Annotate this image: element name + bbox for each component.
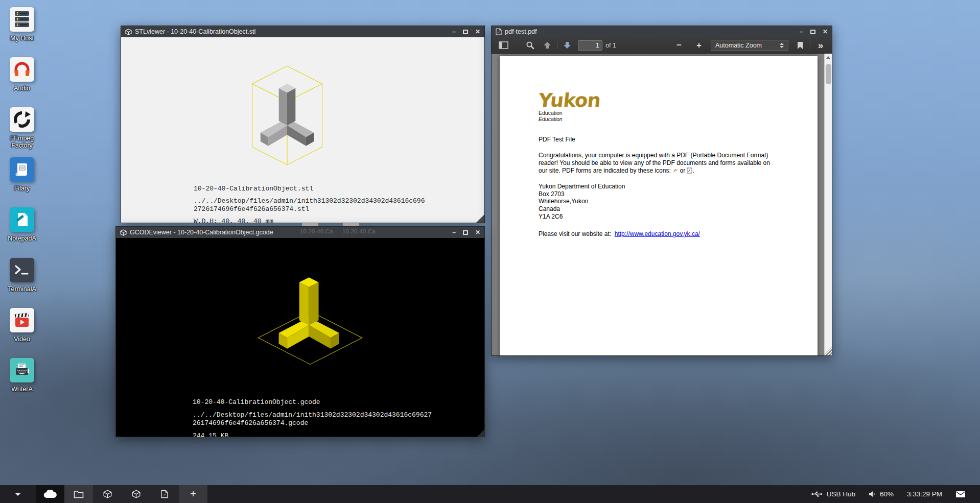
taskbar-show-apps-chevron[interactable] <box>0 485 36 503</box>
pdf-titlebar[interactable]: pdf-test.pdf – ✕ <box>492 26 832 37</box>
desktop-icon-ffmpeg-factory[interactable]: FFmpeg Factory <box>5 107 39 150</box>
usb-label: USB Hub <box>827 490 855 498</box>
minimize-button[interactable]: – <box>452 229 456 235</box>
window-title: GCODEviewer - 10-20-40-CalibrationObject… <box>130 229 445 236</box>
cube-icon <box>132 490 141 498</box>
envelope-icon <box>955 491 966 498</box>
desktop-icon-terminala[interactable]: TerminalA <box>5 258 39 293</box>
resize-grip[interactable] <box>477 429 484 437</box>
folder-icon <box>74 490 84 498</box>
scrollbar-thumb[interactable] <box>826 64 831 84</box>
book-icon <box>10 157 34 182</box>
volume-status[interactable]: 60% <box>869 490 894 498</box>
address-line: Whitehorse,Yukon <box>539 198 787 205</box>
cube-icon <box>103 490 112 498</box>
desktop-icon-label: FFmpeg Factory <box>5 135 39 150</box>
maximize-button[interactable] <box>463 30 468 34</box>
stl-filename: 10-20-40-CalibrationObject.stl <box>194 185 425 193</box>
usb-status[interactable]: USB Hub <box>811 490 855 498</box>
gcodeviewer-titlebar[interactable]: GCODEviewer - 10-20-40-CalibrationObject… <box>116 227 484 238</box>
desktop-icon-filary[interactable]: Filary <box>5 157 39 193</box>
desktop-icon-writera[interactable]: WriterA <box>5 358 39 393</box>
stl-viewport[interactable]: 10-20-40-CalibrationObject.stl ../../Des… <box>121 37 484 223</box>
desktop-icon-label: Video <box>5 336 39 343</box>
stl-file-info: 10-20-40-CalibrationObject.stl ../../Des… <box>194 185 425 223</box>
pdf-page: Yukon Education Éducation PDF Test File … <box>500 56 818 355</box>
taskbar-new-window-button[interactable]: + <box>179 485 207 503</box>
next-page-button[interactable] <box>561 39 574 52</box>
gcode-viewport[interactable]: 10-20-40-CalibrationObject.gcode ../../D… <box>116 238 484 437</box>
scroll-up-arrow[interactable] <box>825 54 832 61</box>
stl-path-line2: 2726174696f6e4f626a656374.stl <box>194 206 425 213</box>
desktop-icon-label: NotepadA <box>5 235 39 243</box>
taskbar-files-button[interactable] <box>64 485 93 503</box>
desktop-icon-notepada[interactable]: NotepadA <box>5 207 39 243</box>
stl-dimensions: W,D,H: 40, 40, 40 mm <box>194 218 425 223</box>
gcode-filename: 10-20-40-CalibrationObject.gcode <box>193 399 432 406</box>
cube-icon <box>120 229 127 236</box>
page-number-input[interactable] <box>578 40 602 51</box>
close-button[interactable]: ✕ <box>475 229 480 235</box>
bookmark-button[interactable] <box>794 39 807 52</box>
desktop-icon-label: Filary <box>5 185 39 193</box>
pdf-doc-icon <box>687 167 692 174</box>
address-line: Canada <box>539 205 787 213</box>
desktop-icon-label: WriterA <box>5 386 39 393</box>
stlviewer-titlebar[interactable]: STLviewer - 10-20-40-CalibrationObject.s… <box>121 26 484 37</box>
pdf-file-icon <box>161 490 168 498</box>
para-line2: reader! You should be able to view any o… <box>539 159 770 166</box>
close-button[interactable]: ✕ <box>475 29 480 35</box>
headphones-icon <box>10 57 34 82</box>
close-button[interactable]: ✕ <box>823 29 828 35</box>
desktop-icon-audio[interactable]: Audio <box>5 57 39 92</box>
zoom-out-button[interactable]: − <box>672 39 686 52</box>
zoom-in-button[interactable]: + <box>692 39 706 52</box>
select-arrows-icon <box>780 43 784 48</box>
desktop-icon-label: Audio <box>5 85 39 92</box>
server-icon <box>10 7 34 32</box>
logo-education-fr: Éducation <box>539 116 787 122</box>
maximize-button[interactable] <box>463 230 468 235</box>
more-tools-button[interactable]: » <box>813 39 827 52</box>
previous-page-button[interactable] <box>541 39 554 52</box>
typewriter-icon <box>10 358 34 382</box>
notifications[interactable] <box>955 491 966 498</box>
pdf-website-line: Please visit our website at: http://www.… <box>539 230 787 237</box>
website-link[interactable]: http://www.education.gov.yk.ca/ <box>615 230 700 237</box>
gcode-file-info: 10-20-40-CalibrationObject.gcode ../../D… <box>193 399 432 437</box>
resize-grip[interactable] <box>476 214 484 223</box>
window-title: STLviewer - 10-20-40-CalibrationObject.s… <box>135 28 445 35</box>
desktop-icon-my-host[interactable]: My Host <box>5 7 39 42</box>
desktop-icon-video[interactable]: Video <box>5 308 39 343</box>
pdf-heading: PDF Test File <box>539 136 787 143</box>
clock: 3:33:29 PM <box>907 490 942 498</box>
taskbar-stlviewer-button[interactable] <box>93 485 122 503</box>
maximize-button[interactable] <box>810 30 815 34</box>
pdf-content-area: Yukon Education Éducation PDF Test File … <box>492 54 832 355</box>
stlviewer-window: STLviewer - 10-20-40-CalibrationObject.s… <box>121 26 485 223</box>
address-line: Box 2703 <box>539 190 787 198</box>
desktop-icon-label: My Host <box>5 35 39 42</box>
gcode-path-line2: 26174696f6e4f626a656374.gcode <box>193 420 432 427</box>
stl-path-line1: ../../Desktop/files/admin/inith31302d323… <box>194 198 425 205</box>
gcodeviewer-window: GCODEviewer - 10-20-40-CalibrationObject… <box>115 226 485 437</box>
taskbar-cloud-button[interactable] <box>36 485 64 503</box>
minimize-button[interactable]: – <box>452 29 456 35</box>
taskbar-pdf-button[interactable] <box>150 485 179 503</box>
recycle-arrows-icon <box>10 107 34 132</box>
gcode-filesize: 244.15 KB <box>193 433 432 437</box>
website-label: Please visit our website at: <box>539 230 611 237</box>
sidebar-toggle-button[interactable] <box>497 39 510 52</box>
gcode-path-line1: ../../Desktop/files/admin/inith31302d323… <box>193 412 432 419</box>
minimize-button[interactable]: – <box>800 29 803 35</box>
zoom-select-value: Automatic Zoom <box>715 42 762 49</box>
para-or: or <box>680 167 685 174</box>
search-button[interactable] <box>523 39 536 52</box>
pdf-file-icon <box>496 28 502 35</box>
desktop: My Host Audio FFmpeg Factory <box>0 0 980 503</box>
taskbar-gcodeviewer-button[interactable] <box>122 485 150 503</box>
cube-icon <box>125 29 132 35</box>
address-line: Y1A 2C6 <box>539 213 787 221</box>
zoom-select[interactable]: Automatic Zoom <box>711 40 788 51</box>
pdf-scrollbar[interactable] <box>824 54 832 355</box>
